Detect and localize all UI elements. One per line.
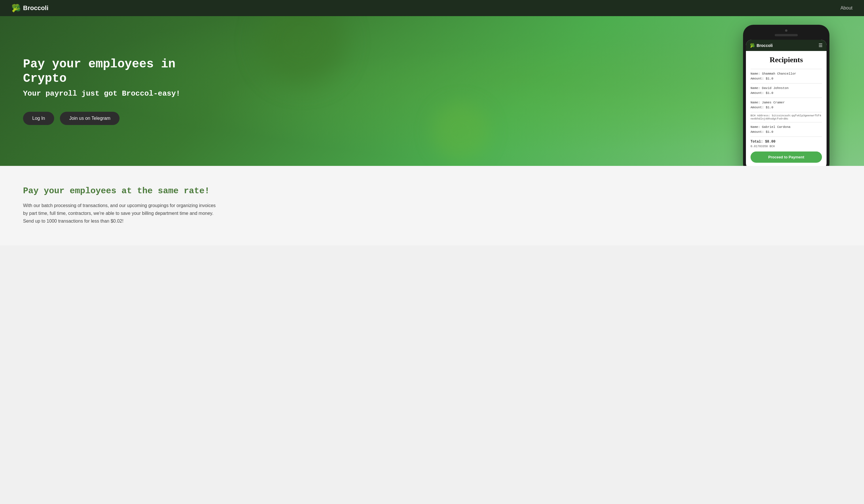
info-body: With our batch processing of transaction… xyxy=(23,202,219,225)
phone-body: Recipients Name: Shammah Chancellor Amou… xyxy=(746,51,827,166)
phone-brand: 🥦 Broccoli xyxy=(750,43,773,48)
phone-app-bar: 🥦 Broccoli ☰ xyxy=(746,40,827,51)
hamburger-icon[interactable]: ☰ xyxy=(818,43,823,48)
hero-content: Pay your employees in Crypto Your payrol… xyxy=(23,57,196,125)
telegram-button[interactable]: Join us on Telegram xyxy=(60,112,120,125)
bch-address-label: BCH Address: xyxy=(751,114,770,117)
phone-camera xyxy=(785,29,788,32)
nav-link-about[interactable]: About xyxy=(840,5,852,11)
hero-subtitle: Your payroll just got Broccol-easy! xyxy=(23,89,196,98)
phone-device: 🥦 Broccoli ☰ Recipients Name: Shammah Ch… xyxy=(743,25,829,166)
info-section: Pay your employees at the same rate! Wit… xyxy=(0,166,864,245)
hero-title: Pay your employees in Crypto xyxy=(23,57,196,86)
recipient-3-amount: Amount: $1.0 xyxy=(751,105,822,110)
recipient-3-name: Name: James Cramer xyxy=(751,100,822,105)
recipient-item-4: Name: Gabriel Cardona Amount: $1.0 xyxy=(751,122,822,136)
proceed-to-payment-button[interactable]: Proceed to Payment xyxy=(751,152,822,163)
broccoli-icon: 🥦 xyxy=(12,4,21,13)
hero-section: Pay your employees in Crypto Your payrol… xyxy=(0,16,864,166)
info-heading: Pay your employees at the same rate! xyxy=(23,186,219,196)
recipients-title: Recipients xyxy=(751,56,822,64)
recipient-item-2: Name: David Johnston Amount: $1.0 xyxy=(751,83,822,98)
info-text-block: Pay your employees at the same rate! Wit… xyxy=(23,186,219,225)
recipient-1-amount: Amount: $1.0 xyxy=(751,76,822,81)
hero-buttons: Log In Join us on Telegram xyxy=(23,112,196,125)
total-label: Total: $8.00 xyxy=(751,136,822,145)
brand-name: Broccoli xyxy=(23,4,48,12)
phone-brand-icon: 🥦 xyxy=(750,43,755,48)
recipient-2-amount: Amount: $1.0 xyxy=(751,91,822,96)
phone-brand-name: Broccoli xyxy=(757,43,773,48)
recipient-item-1: Name: Shammah Chancellor Amount: $1.0 xyxy=(751,69,822,83)
recipient-item-3: Name: James Cramer Amount: $1.0 xyxy=(751,98,822,112)
phone-screen: 🥦 Broccoli ☰ Recipients Name: Shammah Ch… xyxy=(746,40,827,166)
recipient-2-name: Name: David Johnston xyxy=(751,86,822,91)
recipient-1-name: Name: Shammah Chancellor xyxy=(751,71,822,76)
bch-address-block: BCH Address: bitcoincash:qqfv6lp3geenwrf… xyxy=(751,112,822,122)
phone-mockup: 🥦 Broccoli ☰ Recipients Name: Shammah Ch… xyxy=(743,25,829,166)
phone-notch xyxy=(775,34,798,36)
navbar: 🥦 Broccoli About xyxy=(0,0,864,16)
nav-links: About xyxy=(840,5,852,11)
recipient-4-name: Name: Gabriel Cardona xyxy=(751,125,822,130)
brand-logo[interactable]: 🥦 Broccoli xyxy=(12,4,48,13)
recipient-4-amount: Amount: $1.0 xyxy=(751,130,822,134)
bch-total: 0.01783358 BCH xyxy=(751,145,822,148)
login-button[interactable]: Log In xyxy=(23,112,54,125)
